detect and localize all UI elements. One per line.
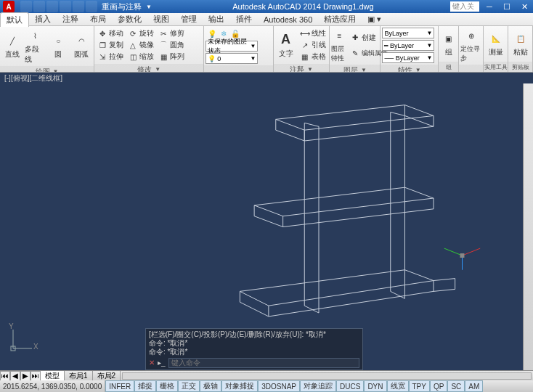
- leader-icon: ↗: [300, 40, 310, 50]
- qat-save-icon[interactable]: [46, 1, 58, 12]
- circle-icon: ○: [50, 33, 66, 49]
- tab-layout1[interactable]: 布局1: [65, 371, 93, 381]
- drawing-canvas[interactable]: [0, 83, 523, 370]
- close-button[interactable]: ✕: [516, 1, 533, 12]
- tab-featured[interactable]: 精选应用: [318, 12, 362, 26]
- tab-insert[interactable]: 插入: [29, 12, 57, 26]
- tab-default[interactable]: 默认: [0, 12, 29, 27]
- ucs-icon: Y X: [7, 325, 36, 356]
- ribbon: ╱直线 ⌇多段线 ○圆 ◠圆弧 绘图▼ ✥移动 ❐复制 ⇲拉伸 ⟳旋转 △镜像 …: [0, 26, 533, 73]
- trim-icon: ✂: [158, 28, 168, 38]
- rotate-button[interactable]: ⟳旋转: [126, 28, 155, 39]
- close-icon[interactable]: ✕: [149, 359, 155, 367]
- help-search-input[interactable]: 键入关: [450, 1, 479, 12]
- tab-a360[interactable]: Autodesk 360: [258, 14, 318, 25]
- qat-undo-icon[interactable]: [60, 1, 71, 12]
- scale-button[interactable]: ◫缩放: [126, 51, 155, 62]
- group-button[interactable]: ▣组: [440, 28, 457, 60]
- lineweight-combo[interactable]: ━ ByLayer▼: [382, 40, 434, 51]
- status-grid[interactable]: 栅格: [156, 380, 178, 392]
- viewport-label[interactable]: [-][俯视][二维线框]: [0, 73, 67, 84]
- svg-rect-3: [460, 253, 465, 258]
- vertical-scrollbar[interactable]: [523, 83, 533, 370]
- polyline-button[interactable]: ⌇多段线: [25, 28, 46, 65]
- tab-view[interactable]: 视图: [147, 12, 175, 26]
- minimize-button[interactable]: ─: [481, 1, 498, 12]
- layer-combo[interactable]: 💡0▼: [206, 53, 258, 64]
- coordinate-readout[interactable]: 2015.6254, 1369.0350, 0.0000: [0, 380, 105, 392]
- qat-redo-icon[interactable]: [73, 1, 84, 12]
- status-sc[interactable]: SC: [447, 380, 465, 392]
- status-otrack[interactable]: 对象追踪: [300, 380, 336, 392]
- color-combo[interactable]: ByLayer▼: [382, 28, 434, 38]
- tab-output[interactable]: 输出: [203, 12, 230, 26]
- panel-properties-label[interactable]: 特性▼: [381, 65, 438, 73]
- mirror-button[interactable]: △镜像: [126, 39, 155, 51]
- trim-button[interactable]: ✂修剪: [157, 28, 186, 39]
- paste-icon: 📋: [513, 30, 529, 46]
- line-icon: ╱: [4, 33, 20, 49]
- status-dyn[interactable]: DYN: [364, 380, 386, 392]
- panel-annotation-label[interactable]: 注释▼: [274, 64, 330, 73]
- locate-button[interactable]: ⊕定位寻步: [460, 28, 481, 63]
- status-ortho[interactable]: 正交: [178, 380, 200, 392]
- panel-modify-label[interactable]: 修改▼: [94, 64, 203, 73]
- arc-button[interactable]: ◠圆弧: [70, 28, 92, 65]
- tab-next-button[interactable]: ▶: [20, 371, 30, 381]
- linetype-combo[interactable]: ── ByLayer▼: [382, 52, 434, 63]
- tab-prev-button[interactable]: ◀: [10, 371, 20, 381]
- layer-props-button[interactable]: ≡图层特性: [331, 28, 347, 63]
- measure-button[interactable]: 📐测量: [485, 28, 506, 60]
- tab-expand[interactable]: ▣ ▾: [362, 13, 387, 25]
- table-button[interactable]: ▦表格: [298, 51, 327, 62]
- tab-plugins[interactable]: 插件: [230, 12, 258, 26]
- fillet-button[interactable]: ⌒圆角: [157, 39, 186, 51]
- status-polar[interactable]: 极轴: [200, 380, 221, 392]
- stretch-button[interactable]: ⇲拉伸: [96, 51, 125, 62]
- array-button[interactable]: ▦阵列: [157, 51, 186, 62]
- status-tpy[interactable]: TPY: [409, 380, 430, 392]
- linear-dim-button[interactable]: ⟷线性: [298, 28, 327, 39]
- status-snap[interactable]: 捕捉: [134, 380, 156, 392]
- panel-modify: ✥移动 ❐复制 ⇲拉伸 ⟳旋转 △镜像 ◫缩放 ✂修剪 ⌒圆角 ▦阵列 修改▼: [94, 26, 204, 72]
- tab-manage[interactable]: 管理: [175, 12, 203, 26]
- command-history-line: 命令: *取消*: [149, 348, 359, 356]
- command-input[interactable]: 键入命令: [168, 358, 359, 368]
- qat-open-icon[interactable]: [33, 1, 45, 12]
- layer-state-combo[interactable]: 未保存的图层状态▼: [206, 41, 258, 52]
- line-button[interactable]: ╱直线: [1, 28, 23, 65]
- text-button[interactable]: A文字: [275, 28, 297, 62]
- status-osnap[interactable]: 对象捕捉: [221, 380, 258, 392]
- status-infer[interactable]: INFER: [105, 380, 134, 392]
- circle-button[interactable]: ○圆: [48, 28, 70, 65]
- tab-last-button[interactable]: ⏭: [30, 371, 41, 381]
- tab-first-button[interactable]: ⏮: [0, 371, 10, 381]
- copy-button[interactable]: ❐复制: [96, 39, 125, 51]
- qat-print-icon[interactable]: [86, 1, 97, 12]
- status-lw[interactable]: 线宽: [387, 380, 409, 392]
- command-window[interactable]: [栏选(F)/圈交(C)/投影(P)/边(E)/删除(R)/放弃(U)]: *取…: [145, 328, 363, 370]
- move-button[interactable]: ✥移动: [96, 28, 125, 39]
- status-3dosnap[interactable]: 3DOSNAP: [258, 380, 300, 392]
- status-am[interactable]: AM: [465, 380, 483, 392]
- panel-draw-label[interactable]: 绘图▼: [0, 66, 94, 73]
- status-ducs[interactable]: DUCS: [336, 380, 364, 392]
- tab-parametric[interactable]: 参数化: [112, 12, 147, 26]
- panel-layer-label[interactable]: 图层▼: [330, 65, 380, 73]
- qat-new-icon[interactable]: [20, 1, 32, 12]
- mirror-icon: △: [128, 40, 138, 50]
- tab-model[interactable]: 模型: [41, 371, 65, 381]
- tab-layout[interactable]: 布局: [84, 12, 112, 26]
- maximize-button[interactable]: ☐: [498, 1, 516, 12]
- leader-button[interactable]: ↗引线: [298, 39, 327, 51]
- rotate-icon: ⟳: [128, 28, 138, 38]
- arc-icon: ◠: [73, 33, 89, 49]
- status-qp[interactable]: QP: [430, 380, 447, 392]
- horizontal-scrollbar[interactable]: [122, 372, 532, 380]
- panel-annotation: A文字 ⟷线性 ↗引线 ▦表格 注释▼: [274, 26, 330, 72]
- tab-layout2[interactable]: 布局2: [93, 371, 121, 381]
- tab-annotate[interactable]: 注释: [57, 12, 84, 26]
- paste-button[interactable]: 📋粘贴: [510, 28, 531, 60]
- app-logo-icon[interactable]: A: [3, 1, 15, 12]
- workspace-selector[interactable]: 重画与注释 ▼: [97, 1, 156, 12]
